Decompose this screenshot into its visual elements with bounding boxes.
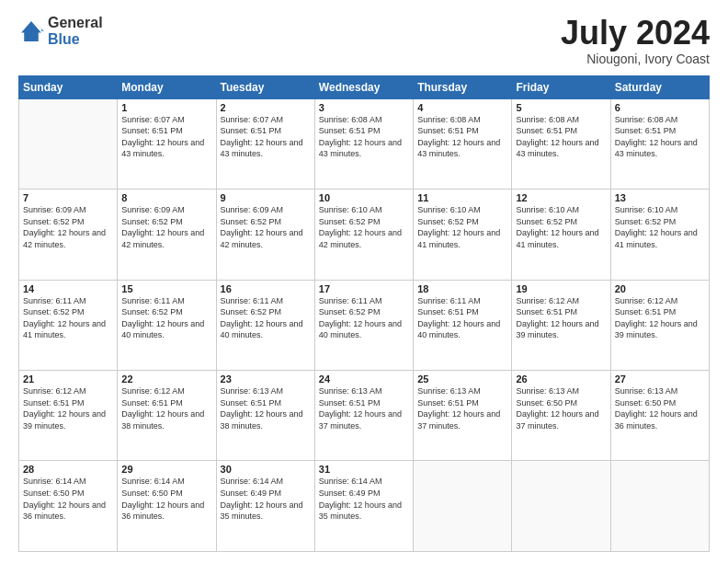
calendar-cell: 5Sunrise: 6:08 AMSunset: 6:51 PMDaylight… <box>512 98 610 189</box>
calendar-cell <box>414 461 512 552</box>
day-number: 24 <box>319 373 409 385</box>
day-number: 2 <box>221 102 311 113</box>
calendar-cell: 15Sunrise: 6:11 AMSunset: 6:52 PMDayligh… <box>118 280 216 370</box>
calendar-cell: 19Sunrise: 6:12 AMSunset: 6:51 PMDayligh… <box>512 280 610 370</box>
day-number: 31 <box>319 464 409 475</box>
calendar-cell: 2Sunrise: 6:07 AMSunset: 6:51 PMDaylight… <box>216 98 314 189</box>
calendar-cell: 21Sunrise: 6:12 AMSunset: 6:51 PMDayligh… <box>19 371 118 461</box>
day-number: 19 <box>516 283 606 294</box>
calendar-cell: 23Sunrise: 6:13 AMSunset: 6:51 PMDayligh… <box>216 371 314 461</box>
day-info: Sunrise: 6:12 AMSunset: 6:51 PMDaylight:… <box>121 385 211 431</box>
day-number: 25 <box>417 373 507 385</box>
day-header-monday: Monday <box>118 75 216 98</box>
calendar-cell: 7Sunrise: 6:09 AMSunset: 6:52 PMDaylight… <box>19 190 118 280</box>
day-number: 30 <box>221 464 311 475</box>
calendar-cell: 16Sunrise: 6:11 AMSunset: 6:52 PMDayligh… <box>216 280 314 370</box>
calendar-cell: 12Sunrise: 6:10 AMSunset: 6:52 PMDayligh… <box>512 190 610 280</box>
day-info: Sunrise: 6:12 AMSunset: 6:51 PMDaylight:… <box>615 295 705 341</box>
day-number: 10 <box>319 192 409 203</box>
day-number: 20 <box>615 283 705 294</box>
page: General Blue July 2024 Niougoni, Ivory C… <box>0 0 728 563</box>
day-number: 3 <box>319 102 409 113</box>
calendar-cell: 6Sunrise: 6:08 AMSunset: 6:51 PMDaylight… <box>610 98 709 189</box>
day-header-wednesday: Wednesday <box>314 75 413 98</box>
day-info: Sunrise: 6:11 AMSunset: 6:52 PMDaylight:… <box>121 295 211 341</box>
calendar-cell: 26Sunrise: 6:13 AMSunset: 6:50 PMDayligh… <box>512 371 610 461</box>
day-number: 4 <box>417 102 507 113</box>
day-number: 21 <box>23 373 113 385</box>
day-info: Sunrise: 6:07 AMSunset: 6:51 PMDaylight:… <box>121 114 211 160</box>
calendar-week-row: 1Sunrise: 6:07 AMSunset: 6:51 PMDaylight… <box>19 98 710 189</box>
day-number: 14 <box>23 283 113 294</box>
day-info: Sunrise: 6:12 AMSunset: 6:51 PMDaylight:… <box>516 295 606 341</box>
day-header-friday: Friday <box>512 75 610 98</box>
day-info: Sunrise: 6:09 AMSunset: 6:52 PMDaylight:… <box>23 204 113 250</box>
day-info: Sunrise: 6:08 AMSunset: 6:51 PMDaylight:… <box>319 114 409 160</box>
day-number: 27 <box>615 373 705 385</box>
day-number: 26 <box>516 373 606 385</box>
logo-general-text: General <box>48 15 103 30</box>
day-number: 17 <box>319 283 409 294</box>
calendar-cell: 25Sunrise: 6:13 AMSunset: 6:51 PMDayligh… <box>414 371 512 461</box>
day-info: Sunrise: 6:11 AMSunset: 6:52 PMDaylight:… <box>221 295 311 341</box>
day-info: Sunrise: 6:14 AMSunset: 6:49 PMDaylight:… <box>221 476 311 522</box>
calendar-cell <box>512 461 610 552</box>
location-subtitle: Niougoni, Ivory Coast <box>561 52 710 66</box>
day-info: Sunrise: 6:14 AMSunset: 6:49 PMDaylight:… <box>319 476 409 522</box>
day-header-tuesday: Tuesday <box>216 75 314 98</box>
day-info: Sunrise: 6:13 AMSunset: 6:51 PMDaylight:… <box>221 385 311 431</box>
day-info: Sunrise: 6:10 AMSunset: 6:52 PMDaylight:… <box>319 204 409 250</box>
day-info: Sunrise: 6:13 AMSunset: 6:50 PMDaylight:… <box>615 385 705 431</box>
calendar-week-row: 7Sunrise: 6:09 AMSunset: 6:52 PMDaylight… <box>19 190 710 280</box>
calendar-cell: 22Sunrise: 6:12 AMSunset: 6:51 PMDayligh… <box>118 371 216 461</box>
calendar-cell <box>610 461 709 552</box>
calendar-cell <box>19 98 118 189</box>
day-info: Sunrise: 6:11 AMSunset: 6:52 PMDaylight:… <box>23 295 113 341</box>
logo-icon <box>18 18 44 44</box>
month-title: July 2024 <box>561 15 710 52</box>
day-number: 16 <box>221 283 311 294</box>
day-info: Sunrise: 6:08 AMSunset: 6:51 PMDaylight:… <box>516 114 606 160</box>
day-info: Sunrise: 6:13 AMSunset: 6:51 PMDaylight:… <box>417 385 507 431</box>
calendar-table: SundayMondayTuesdayWednesdayThursdayFrid… <box>18 75 710 552</box>
calendar-cell: 20Sunrise: 6:12 AMSunset: 6:51 PMDayligh… <box>610 280 709 370</box>
day-info: Sunrise: 6:08 AMSunset: 6:51 PMDaylight:… <box>615 114 705 160</box>
title-block: July 2024 Niougoni, Ivory Coast <box>561 15 710 66</box>
day-number: 22 <box>121 373 211 385</box>
calendar-cell: 1Sunrise: 6:07 AMSunset: 6:51 PMDaylight… <box>118 98 216 189</box>
day-number: 12 <box>516 192 606 203</box>
day-info: Sunrise: 6:11 AMSunset: 6:52 PMDaylight:… <box>319 295 409 341</box>
day-header-sunday: Sunday <box>19 75 118 98</box>
calendar-cell: 9Sunrise: 6:09 AMSunset: 6:52 PMDaylight… <box>216 190 314 280</box>
day-info: Sunrise: 6:13 AMSunset: 6:51 PMDaylight:… <box>319 385 409 431</box>
day-info: Sunrise: 6:10 AMSunset: 6:52 PMDaylight:… <box>615 204 705 250</box>
day-info: Sunrise: 6:09 AMSunset: 6:52 PMDaylight:… <box>221 204 311 250</box>
calendar-cell: 27Sunrise: 6:13 AMSunset: 6:50 PMDayligh… <box>610 371 709 461</box>
calendar-week-row: 28Sunrise: 6:14 AMSunset: 6:50 PMDayligh… <box>19 461 710 552</box>
day-number: 28 <box>23 464 113 475</box>
svg-marker-0 <box>21 21 41 41</box>
day-header-thursday: Thursday <box>414 75 512 98</box>
calendar-cell: 24Sunrise: 6:13 AMSunset: 6:51 PMDayligh… <box>314 371 413 461</box>
logo: General Blue <box>18 15 103 47</box>
day-header-saturday: Saturday <box>610 75 709 98</box>
calendar-cell: 29Sunrise: 6:14 AMSunset: 6:50 PMDayligh… <box>118 461 216 552</box>
calendar-week-row: 21Sunrise: 6:12 AMSunset: 6:51 PMDayligh… <box>19 371 710 461</box>
day-number: 11 <box>417 192 507 203</box>
day-number: 1 <box>121 102 211 113</box>
day-info: Sunrise: 6:07 AMSunset: 6:51 PMDaylight:… <box>221 114 311 160</box>
calendar-cell: 30Sunrise: 6:14 AMSunset: 6:49 PMDayligh… <box>216 461 314 552</box>
day-number: 9 <box>221 192 311 203</box>
calendar-cell: 8Sunrise: 6:09 AMSunset: 6:52 PMDaylight… <box>118 190 216 280</box>
calendar-week-row: 14Sunrise: 6:11 AMSunset: 6:52 PMDayligh… <box>19 280 710 370</box>
logo-text: General Blue <box>48 15 103 47</box>
day-info: Sunrise: 6:09 AMSunset: 6:52 PMDaylight:… <box>121 204 211 250</box>
day-number: 5 <box>516 102 606 113</box>
calendar-cell: 11Sunrise: 6:10 AMSunset: 6:52 PMDayligh… <box>414 190 512 280</box>
calendar-cell: 31Sunrise: 6:14 AMSunset: 6:49 PMDayligh… <box>314 461 413 552</box>
day-info: Sunrise: 6:11 AMSunset: 6:51 PMDaylight:… <box>417 295 507 341</box>
day-number: 15 <box>121 283 211 294</box>
calendar-cell: 14Sunrise: 6:11 AMSunset: 6:52 PMDayligh… <box>19 280 118 370</box>
calendar-cell: 18Sunrise: 6:11 AMSunset: 6:51 PMDayligh… <box>414 280 512 370</box>
header: General Blue July 2024 Niougoni, Ivory C… <box>18 15 710 66</box>
